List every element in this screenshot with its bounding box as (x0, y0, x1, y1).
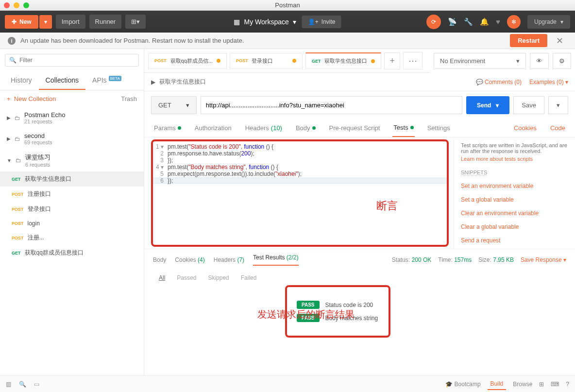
comments-link[interactable]: 💬 Comments (0) (476, 79, 522, 85)
chevron-right-icon: ▶ (7, 136, 11, 141)
request-tab[interactable]: GET获取学生信息接口 (305, 52, 382, 69)
environment-preview-button[interactable]: 👁 (530, 53, 549, 69)
main-toolbar: ✚New ▾ Import Runner ⊞▾ ▦My Workspace▾ 👤… (0, 11, 575, 33)
invite-button[interactable]: 👤+Invite (302, 16, 341, 28)
environment-settings-button[interactable]: ⚙ (553, 53, 571, 69)
snippet-link[interactable]: Set a global variable (461, 196, 568, 203)
tab-prerequest[interactable]: Pre-request Script (328, 119, 381, 137)
import-button[interactable]: Import (56, 15, 85, 29)
tab-tests[interactable]: Tests (392, 119, 414, 137)
resp-tab-cookies[interactable]: Cookies (4) (175, 256, 204, 263)
request-tab[interactable]: POST获取qq群成员信... (148, 53, 227, 69)
resp-tab-testresults[interactable]: Test Results (2/2) (253, 254, 298, 266)
console-icon[interactable]: ▭ (34, 381, 39, 388)
cookies-link[interactable]: Cookies (513, 119, 538, 137)
tab-history[interactable]: History (4, 71, 39, 90)
learn-link[interactable]: Learn more about tests scripts (461, 156, 568, 162)
tests-code-editor[interactable]: 1 ▾pm.test("Status code is 200", functio… (151, 139, 449, 247)
minimize-window-icon[interactable] (14, 2, 19, 8)
send-button[interactable]: Send▾ (466, 96, 509, 114)
environment-selector[interactable]: No Environment▾ (434, 53, 526, 69)
plus-icon: + (7, 95, 14, 102)
heart-icon[interactable]: ♥ (496, 17, 500, 26)
snippet-link[interactable]: Clear an environment variable (461, 210, 568, 217)
collection-item[interactable]: ▼🗀课堂练习6 requests (0, 149, 144, 171)
new-dropdown[interactable]: ▾ (39, 15, 52, 29)
method-selector[interactable]: GET▾ (151, 96, 197, 114)
folder-icon: 🗀 (15, 136, 20, 142)
dot-icon (312, 126, 316, 130)
grid-icon: ▦ (234, 18, 240, 26)
sync-icon: ⟳ (431, 18, 436, 25)
request-item[interactable]: POSTlogin (0, 217, 144, 230)
request-title: 获取学生信息接口 (159, 78, 206, 86)
save-response-button[interactable]: Save Response ▾ (521, 256, 566, 263)
eye-icon: 👁 (536, 57, 542, 65)
chevron-down-icon: ▾ (186, 102, 189, 109)
tab-options-button[interactable]: ⋯ (403, 52, 423, 69)
resp-tab-body[interactable]: Body (153, 256, 166, 263)
traffic-lights[interactable] (4, 2, 29, 8)
close-window-icon[interactable] (4, 2, 10, 8)
filter-failed[interactable]: Failed (241, 274, 257, 281)
url-input[interactable] (201, 96, 462, 114)
collection-item[interactable]: ▶🗀Postman Echo21 requests (0, 107, 144, 128)
window-titlebar: Postman (0, 0, 575, 11)
tab-apis[interactable]: APIs BETA (85, 71, 128, 90)
user-avatar[interactable]: ✻ (507, 15, 521, 29)
tab-params[interactable]: Params (153, 119, 182, 137)
snippets-heading: SNIPPETS (461, 170, 487, 176)
browse-tab[interactable]: Browse (513, 381, 532, 388)
filter-input[interactable]: 🔍 (5, 54, 139, 67)
capture-icon[interactable]: 📡 (448, 17, 457, 26)
filter-all[interactable]: All (159, 274, 165, 281)
filter-skipped[interactable]: Skipped (208, 274, 229, 281)
build-tab[interactable]: Build (488, 378, 507, 390)
save-dropdown[interactable]: ▾ (548, 96, 568, 114)
keyboard-icon[interactable]: ⌨ (551, 381, 559, 388)
sync-button[interactable]: ⟳ (426, 15, 441, 29)
trash-link[interactable]: Trash (121, 95, 137, 102)
upgrade-button[interactable]: Upgrade▾ (527, 15, 570, 29)
tab-authorization[interactable]: Authorization (194, 119, 233, 137)
request-item[interactable]: GET获取学生信息接口 (0, 171, 144, 187)
runner-button[interactable]: Runner (89, 15, 122, 29)
snippet-link[interactable]: Send a request (461, 237, 568, 244)
unsaved-dot-icon (371, 59, 375, 63)
request-item[interactable]: POST登录接口 (0, 202, 144, 217)
tab-body[interactable]: Body (295, 119, 317, 137)
folder-icon: 🗀 (16, 157, 21, 164)
new-button[interactable]: ✚New (5, 15, 38, 29)
tab-settings[interactable]: Settings (426, 119, 451, 137)
chevron-down-icon: ▾ (496, 102, 499, 109)
tab-headers[interactable]: Headers (10) (244, 119, 283, 137)
request-tab[interactable]: POST登录接口 (230, 53, 303, 69)
new-collection-button[interactable]: + New CollectionTrash (0, 90, 144, 107)
bootcamp-link[interactable]: 🎓 Bootcamp (445, 381, 480, 388)
layout-icon[interactable]: ⊞ (539, 381, 544, 388)
settings-icon[interactable]: 🔧 (464, 17, 473, 26)
filter-passed[interactable]: Passed (177, 274, 196, 281)
tab-collections[interactable]: Collections (39, 71, 85, 90)
request-item[interactable]: GET获取qq群成员信息接口 (0, 245, 144, 260)
save-button[interactable]: Save (513, 96, 544, 114)
snippet-link[interactable]: Set an environment variable (461, 183, 568, 189)
code-link[interactable]: Code (549, 119, 566, 137)
help-icon[interactable]: ? (566, 381, 569, 388)
restart-button[interactable]: Restart (510, 34, 547, 47)
snippet-link[interactable]: Clear a global variable (461, 223, 568, 230)
examples-link[interactable]: Examples (0) ▾ (529, 79, 568, 85)
request-header: ▶ 获取学生信息接口 💬 Comments (0) Examples (0) ▾ (144, 73, 575, 91)
collection-item[interactable]: ▶🗀second69 requests (0, 128, 144, 149)
maximize-window-icon[interactable] (23, 2, 29, 8)
request-item[interactable]: POST注册... (0, 230, 144, 245)
resp-tab-headers[interactable]: Headers (7) (214, 256, 244, 263)
sidebar-toggle-icon[interactable]: ▥ (6, 381, 11, 388)
workspace-selector[interactable]: ▦My Workspace▾ (234, 18, 296, 26)
add-tab-button[interactable]: + (384, 52, 400, 69)
notifications-icon[interactable]: 🔔 (480, 17, 489, 26)
request-item[interactable]: POST注册接口 (0, 187, 144, 202)
window-layout-button[interactable]: ⊞▾ (125, 15, 146, 29)
close-banner-icon[interactable]: ✕ (552, 35, 567, 46)
find-icon[interactable]: 🔍 (19, 381, 26, 388)
